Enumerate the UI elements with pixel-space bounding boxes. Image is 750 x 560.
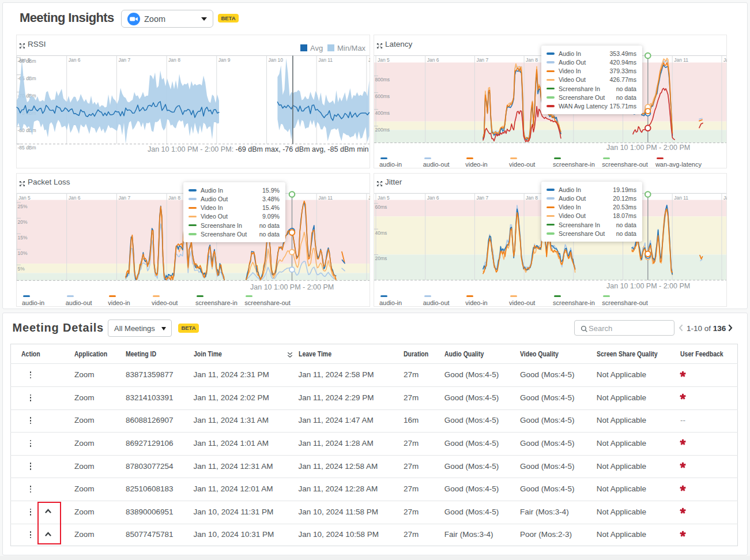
svg-text:-60 dBm: -60 dBm xyxy=(18,58,36,64)
svg-text:Jan 5: Jan 5 xyxy=(378,194,390,200)
svg-text:Ja: Ja xyxy=(368,194,370,200)
svg-text:10%: 10% xyxy=(18,250,28,255)
svg-text:20ms: 20ms xyxy=(375,255,387,261)
svg-text:Jan 8: Jan 8 xyxy=(526,57,538,63)
svg-text:600ms: 600ms xyxy=(375,93,390,99)
svg-text:Jan 8: Jan 8 xyxy=(168,57,180,63)
svg-text:5%: 5% xyxy=(18,265,25,271)
svg-text:20%: 20% xyxy=(18,219,28,224)
svg-text:40ms: 40ms xyxy=(375,230,387,235)
svg-text:Jan 7: Jan 7 xyxy=(118,194,130,200)
svg-text:Jan 5: Jan 5 xyxy=(18,194,31,200)
svg-text:800ms: 800ms xyxy=(375,77,390,82)
svg-text:Jan 7: Jan 7 xyxy=(118,57,130,63)
svg-text:200ms: 200ms xyxy=(375,127,390,133)
svg-text:Ja: Ja xyxy=(723,194,727,200)
svg-text:Jan 7: Jan 7 xyxy=(476,194,488,200)
svg-text:25%: 25% xyxy=(18,203,28,209)
svg-text:Jan 10: Jan 10 xyxy=(269,57,284,63)
svg-text:400ms: 400ms xyxy=(375,110,390,116)
svg-text:Ja: Ja xyxy=(723,57,727,63)
svg-text:Jan 9: Jan 9 xyxy=(218,57,231,63)
svg-text:Jan 11: Jan 11 xyxy=(318,57,333,63)
svg-text:-85 dBm: -85 dBm xyxy=(18,145,36,151)
svg-text:Jan 11: Jan 11 xyxy=(318,194,333,200)
svg-text:Jan 6: Jan 6 xyxy=(69,194,81,200)
svg-text:15%: 15% xyxy=(18,234,28,240)
svg-text:60ms: 60ms xyxy=(375,204,387,210)
svg-text:Jan 11: Jan 11 xyxy=(674,194,688,200)
svg-text:Jan 5: Jan 5 xyxy=(378,57,390,63)
svg-text:Jan 6: Jan 6 xyxy=(427,57,439,63)
svg-text:Jan 7: Jan 7 xyxy=(476,57,488,63)
svg-text:Jan 8: Jan 8 xyxy=(526,194,538,200)
svg-text:Jan 11: Jan 11 xyxy=(674,57,688,63)
svg-text:Jan 8: Jan 8 xyxy=(168,194,180,200)
svg-text:Jan 6: Jan 6 xyxy=(427,194,439,200)
svg-text:Jan 6: Jan 6 xyxy=(69,57,81,63)
svg-text:J: J xyxy=(368,57,370,63)
